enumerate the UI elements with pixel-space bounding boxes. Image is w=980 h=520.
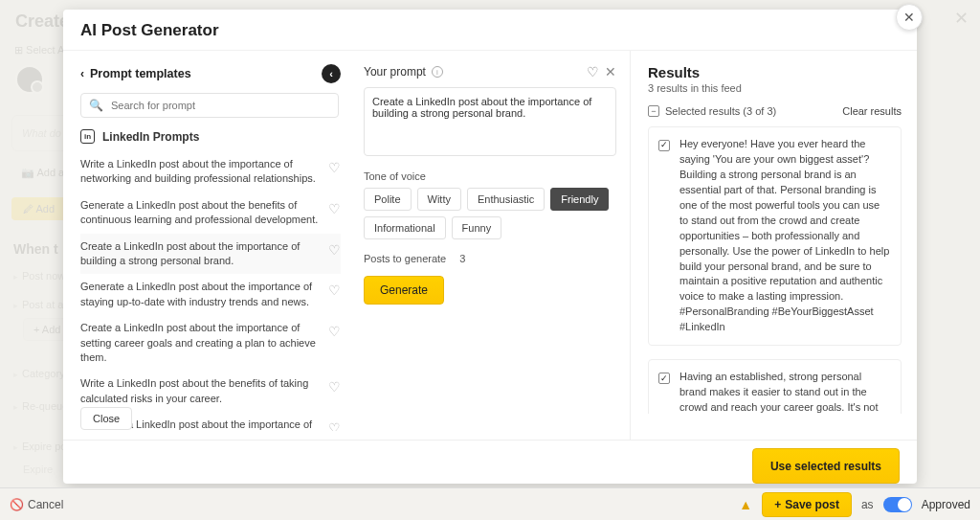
result-checkbox[interactable]: ✓ xyxy=(658,373,670,384)
save-post-button[interactable]: +Save post xyxy=(762,492,852,517)
chevron-left-icon: ‹ xyxy=(329,68,333,79)
cancel-icon: 🚫 xyxy=(10,498,24,511)
deselect-all-checkbox[interactable]: − xyxy=(648,105,659,117)
modal-close-button[interactable]: ✕ xyxy=(896,4,923,31)
tone-enthusiastic[interactable]: Enthusiastic xyxy=(467,188,545,211)
your-prompt-label: Your prompt xyxy=(364,65,426,79)
info-icon[interactable]: i xyxy=(432,66,443,78)
prompt-item[interactable]: Create a LinkedIn post about the importa… xyxy=(80,315,341,371)
modal-footer: Use selected results xyxy=(63,440,917,484)
heart-icon[interactable]: ♡ xyxy=(328,321,341,342)
heart-icon[interactable]: ♡ xyxy=(328,198,341,219)
heart-icon[interactable]: ♡ xyxy=(328,376,341,397)
back-button[interactable]: ‹ xyxy=(80,67,84,80)
category-heading: in LinkedIn Prompts xyxy=(80,129,341,144)
plus-icon: + xyxy=(774,498,781,511)
result-item[interactable]: ✓ Having an established, strong personal… xyxy=(648,359,902,414)
category-label: LinkedIn Prompts xyxy=(102,130,199,144)
selected-results-label: Selected results (3 of 3) xyxy=(665,105,776,117)
heart-icon[interactable]: ♡ xyxy=(587,64,599,79)
results-panel: Results 3 results in this feed − Selecte… xyxy=(630,51,917,440)
search-prompt-field[interactable]: 🔍 xyxy=(80,93,339,118)
prompt-textarea[interactable] xyxy=(364,87,616,156)
collapse-button[interactable]: ‹ xyxy=(322,64,341,83)
shuffle-icon[interactable]: ✕ xyxy=(605,64,616,79)
ai-post-generator-modal: ✕ AI Post Generator ‹ Prompt templates ‹… xyxy=(63,10,917,484)
heart-icon[interactable]: ♡ xyxy=(328,280,341,301)
result-text: Hey everyone! Have you ever heard the sa… xyxy=(679,137,891,335)
search-input[interactable] xyxy=(111,100,330,111)
approved-toggle[interactable] xyxy=(883,497,912,512)
prompt-templates-panel: ‹ Prompt templates ‹ 🔍 in LinkedIn Promp… xyxy=(63,51,350,440)
prompt-item[interactable]: Write a LinkedIn post about the benefits… xyxy=(80,371,341,412)
prompt-editor-panel: Your prompt i ♡ ✕ Tone of voice Polite W… xyxy=(350,51,630,440)
close-button[interactable]: Close xyxy=(80,407,132,430)
tone-polite[interactable]: Polite xyxy=(364,188,412,211)
prompt-item[interactable]: Generate a LinkedIn post about the impor… xyxy=(80,274,341,315)
clear-results-button[interactable]: Clear results xyxy=(842,105,902,117)
linkedin-icon: in xyxy=(80,129,95,144)
close-icon: ✕ xyxy=(903,10,915,25)
use-selected-results-button[interactable]: Use selected results xyxy=(752,448,900,484)
modal-title: AI Post Generator xyxy=(63,10,917,51)
posts-count-value[interactable]: 3 xyxy=(459,253,465,264)
toggle-knob xyxy=(898,498,911,511)
result-checkbox[interactable]: ✓ xyxy=(658,140,670,151)
heart-icon[interactable]: ♡ xyxy=(328,239,341,260)
prompt-item[interactable]: Generate a LinkedIn post about the benef… xyxy=(80,192,341,234)
search-icon: 🔍 xyxy=(89,99,103,112)
as-label: as xyxy=(861,498,874,511)
tone-chips: Polite Witty Enthusiastic Friendly Infor… xyxy=(364,188,616,239)
templates-title: Prompt templates xyxy=(90,67,191,80)
warning-icon[interactable]: ▲ xyxy=(739,497,752,512)
tone-label: Tone of voice xyxy=(364,170,616,182)
prompt-list[interactable]: Write a LinkedIn post about the importan… xyxy=(80,151,341,431)
heart-icon[interactable]: ♡ xyxy=(328,157,341,178)
prompt-item[interactable]: Write a LinkedIn post about the importan… xyxy=(80,151,341,192)
results-subtitle: 3 results in this feed xyxy=(648,82,909,94)
posts-count-label: Posts to generate xyxy=(364,253,446,264)
result-text: Having an established, strong personal b… xyxy=(679,370,891,414)
result-item[interactable]: ✓ Hey everyone! Have you ever heard the … xyxy=(648,126,902,346)
cancel-button[interactable]: 🚫 Cancel xyxy=(10,498,63,511)
approved-label: Approved xyxy=(922,498,970,511)
prompt-item-selected[interactable]: Create a LinkedIn post about the importa… xyxy=(80,234,341,275)
generate-button[interactable]: Generate xyxy=(364,276,444,305)
tone-witty[interactable]: Witty xyxy=(417,188,461,211)
results-title: Results xyxy=(648,64,909,80)
tone-funny[interactable]: Funny xyxy=(452,216,502,239)
tone-friendly[interactable]: Friendly xyxy=(550,188,609,211)
results-list[interactable]: ✓ Hey everyone! Have you ever heard the … xyxy=(648,126,909,414)
tone-informational[interactable]: Informational xyxy=(364,216,446,239)
bottom-bar: 🚫 Cancel ▲ +Save post as Approved xyxy=(0,487,980,520)
